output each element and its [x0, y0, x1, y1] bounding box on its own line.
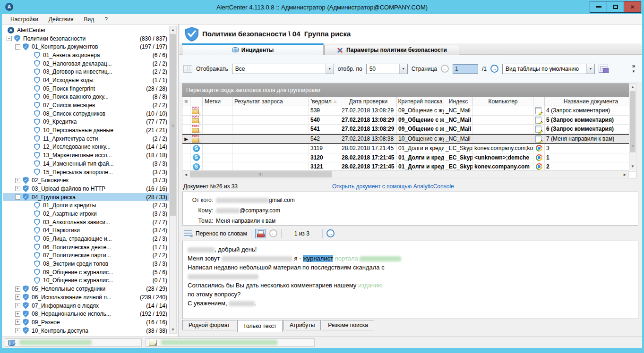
scroll-up-icon[interactable]: ▲	[170, 26, 176, 34]
tree-expand-icon[interactable]: +	[15, 178, 20, 183]
chevron-down-icon[interactable]: ▼	[586, 64, 594, 74]
column-docicon[interactable]	[533, 97, 545, 106]
tree-item[interactable]: 15_Пересылка запороле...(3 / 3)	[3, 168, 169, 176]
column-computer[interactable]: Компьютер	[473, 97, 533, 106]
tree-item[interactable]: −04_Группа риска(28 / 33)	[3, 193, 169, 202]
tree-item[interactable]: 02_Налоговая декларац...(2 / 2)	[3, 59, 169, 68]
tree-item[interactable]: +05_Нелояльные сотрудники(28 / 29)	[3, 285, 169, 293]
tree-item[interactable]: 14_Измененный тип фай...(3 / 3)	[3, 160, 169, 168]
tree-collapse-icon[interactable]: −	[15, 194, 20, 200]
tree-collapse-icon[interactable]: −	[15, 44, 20, 50]
menu-settings[interactable]: Настройки	[6, 15, 43, 24]
tree-item[interactable]: 01_Долги и кредиты(2 / 3)	[3, 201, 169, 210]
tree-vertical-scrollbar[interactable]: ▲ ≡ ▼	[169, 26, 177, 334]
minimize-button[interactable]	[590, 1, 607, 13]
tree-item[interactable]: +03_Upload файлов по HTTP(16 / 16)	[3, 185, 169, 193]
scroll-right-icon[interactable]: ►	[621, 171, 628, 178]
grid-horizontal-scrollbar[interactable]: ◄ III ►	[182, 170, 629, 178]
grid-settings-icon[interactable]	[183, 65, 192, 73]
tree-item[interactable]: 05_Лица, страдающие и...(2 / 3)	[3, 235, 169, 243]
tree-expand-icon[interactable]: +	[15, 311, 20, 317]
table-row[interactable]: POP3↓54027.02.2018 13:08:2909_Общение с …	[182, 116, 636, 125]
tree-item[interactable]: 07_Список месяцев(2 / 2)	[3, 101, 169, 109]
tab-incidents[interactable]: Инциденты	[182, 43, 324, 55]
tree-expand-icon[interactable]: +	[15, 328, 20, 333]
chevron-down-icon[interactable]: ▼	[326, 64, 334, 74]
tree-item[interactable]: +08_Нерациональное исполь...(192 / 192)	[3, 310, 169, 318]
tree-item[interactable]: 03_Алкогольная зависи...(7 / 7)	[3, 218, 169, 227]
grid-vertical-scrollbar[interactable]: ▲ ≡ ▼	[629, 83, 636, 170]
tree-item[interactable]: 07_Политические парти...(2 / 2)	[3, 252, 169, 260]
tree-item[interactable]: +09_Разное(16 / 16)	[3, 318, 169, 327]
column-date[interactable]: Дата проверки	[340, 97, 397, 106]
tree-item[interactable]: 02_Азартные игроки(3 / 3)	[3, 210, 169, 218]
column-criteria[interactable]: Критерий поиска	[397, 97, 444, 106]
scroll-thumb[interactable]: III	[190, 171, 332, 177]
chevron-down-icon[interactable]: ▼	[399, 64, 407, 74]
tree-item[interactable]: −01_Контроль документов(197 / 197)	[3, 42, 169, 51]
tree-item[interactable]: 04_Наркотики(3 / 4)	[3, 227, 169, 235]
column-result[interactable]: Результат запроса	[232, 97, 309, 106]
tree-item[interactable]: AlertCenter	[3, 26, 169, 34]
table-row[interactable]: ▶POP3↓54227.02.2018 13:08:3810_Общение с…	[182, 134, 636, 144]
tree-item[interactable]: 08_Экстрим среди топов(3 / 3)	[3, 260, 169, 268]
tree-item[interactable]: 09_Кредитка(77 / 77)	[3, 118, 169, 126]
menu-view[interactable]: Вид	[79, 15, 99, 24]
tree-item[interactable]: 06_Поиск важного доку...(8 / 8)	[3, 93, 169, 101]
column-channel[interactable]	[190, 97, 203, 106]
open-in-analyticconsole-link[interactable]: Открыть документ с помощью AnalyticConso…	[332, 183, 454, 190]
table-row[interactable]: 311928.02.2018 17:21:4501_Долги и кредит…	[182, 144, 636, 153]
tree-item[interactable]: 10_Общение с журналис...(0 / 1)	[3, 277, 169, 285]
tree-item[interactable]: 11_Архитектура сети(2 / 2)	[3, 134, 169, 143]
tree-item[interactable]: +02_Боковичек(3 / 3)	[3, 176, 169, 185]
display-filter-select[interactable]: Все ▼	[232, 64, 334, 74]
next-document-icon[interactable]: →	[326, 229, 335, 237]
scroll-thumb[interactable]	[630, 91, 635, 152]
tree-item[interactable]: 01_Анкета акционера(6 / 6)	[3, 51, 169, 59]
tree-item[interactable]: 04_Исходные коды(1 / 1)	[3, 76, 169, 84]
format-tab-active[interactable]: Только текст	[237, 320, 283, 332]
tree-expand-icon[interactable]: +	[15, 286, 20, 292]
scroll-down-icon[interactable]: ▼	[170, 326, 176, 333]
tree-item[interactable]: +07_Информация о людях(14 / 14)	[3, 302, 169, 310]
tree-item[interactable]: 13_Маркетинговые иссл...(18 / 18)	[3, 151, 169, 160]
column-document[interactable]: Название документа	[545, 97, 637, 106]
page-number-input[interactable]	[453, 64, 478, 74]
tab-policy-parameters[interactable]: Параметры политики безопасности	[324, 45, 459, 55]
maximize-button[interactable]	[607, 1, 624, 13]
tree-item[interactable]: 08_Список сотрудников(10 / 10)	[3, 109, 169, 118]
group-by-bar[interactable]: Перетащите сюда заголовок поля для групп…	[182, 84, 636, 97]
menu-actions[interactable]: Действия	[44, 15, 78, 24]
tree-collapse-icon[interactable]: −	[7, 36, 12, 41]
previous-document-icon[interactable]: ←	[269, 229, 277, 237]
print-document-icon[interactable]	[255, 229, 266, 238]
tree-expand-icon[interactable]: +	[15, 303, 20, 308]
tree-item[interactable]: 10_Персональные данные(21 / 21)	[3, 126, 169, 134]
format-tab-inactive[interactable]: Атрибуты	[283, 320, 321, 330]
format-tab-inactive[interactable]: Родной формат	[182, 320, 236, 330]
tree-item[interactable]: +06_Использование личной п...(239 / 240)	[3, 293, 169, 302]
column-marks[interactable]: Метки	[203, 97, 232, 106]
scroll-down-icon[interactable]: ▼	[629, 163, 636, 170]
tree-expand-icon[interactable]: +	[15, 186, 20, 191]
previous-page-icon[interactable]: ←	[441, 65, 449, 73]
tree-item[interactable]: +10_Контроль доступа(38 / 38)	[3, 327, 169, 335]
table-row[interactable]: POP3↓54127.02.2018 13:08:2909_Общение с …	[182, 125, 636, 134]
toolbar-overflow[interactable]: » ▼	[632, 64, 638, 74]
menu-help[interactable]: ?	[100, 15, 112, 24]
tree-expand-icon[interactable]: +	[15, 294, 20, 300]
table-view-select[interactable]: Вид таблицы по умолчанию ▼	[502, 64, 595, 74]
table-row[interactable]: 312028.02.2018 17:21:4501_Долги и кред_E…	[182, 153, 636, 163]
word-wrap-icon[interactable]	[184, 230, 192, 236]
table-row[interactable]: POP3↓53927.02.2018 13:08:2909_Общение с …	[182, 106, 636, 116]
column-index[interactable]: Индекс	[444, 97, 473, 106]
scroll-up-icon[interactable]: ▲	[629, 84, 636, 91]
tree-item[interactable]: 05_Поиск fingerprint(28 / 28)	[3, 84, 169, 93]
tree-item[interactable]: 03_Договор на инвестиц...(2 / 2)	[3, 67, 169, 76]
next-page-icon[interactable]: →	[490, 65, 498, 73]
close-button[interactable]: ✕	[624, 1, 641, 13]
tree-item[interactable]: 12_Исследование конку...(14 / 14)	[3, 143, 169, 151]
save-table-view-icon[interactable]	[599, 65, 608, 73]
format-tab-inactive[interactable]: Резюме поиска	[322, 320, 374, 330]
tree-item[interactable]: 06_Политическая деяте...(1 / 1)	[3, 243, 169, 252]
